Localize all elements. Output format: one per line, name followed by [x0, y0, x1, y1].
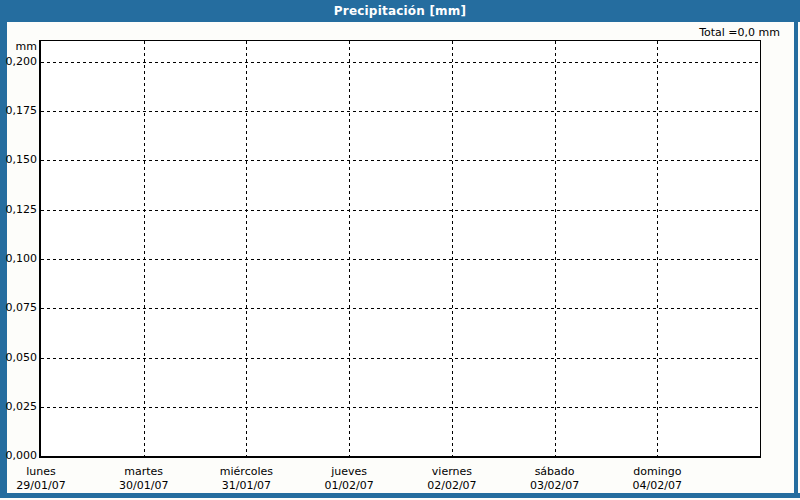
- gridline-vertical: [246, 41, 247, 456]
- y-tick-label: 0,100: [0, 251, 37, 267]
- y-tick-label: 0,025: [0, 399, 37, 415]
- frame-border-right: [794, 22, 798, 498]
- gridline-horizontal: [41, 210, 760, 211]
- y-tick-label: 0,150: [0, 152, 37, 168]
- frame-border-bottom: [0, 493, 800, 498]
- y-tick-label: 0,075: [0, 300, 37, 316]
- gridline-horizontal: [41, 160, 760, 161]
- gridline-vertical: [349, 41, 350, 456]
- gridline-vertical: [555, 41, 556, 456]
- day-name: domingo: [597, 465, 717, 479]
- gridline-horizontal: [41, 259, 760, 260]
- y-tick-label: 0,050: [0, 350, 37, 366]
- y-tick-label: 0,200: [0, 54, 37, 70]
- gridline-horizontal: [41, 308, 760, 309]
- y-tick-label: 0,125: [0, 202, 37, 218]
- y-axis-unit-label: mm: [0, 40, 37, 53]
- total-label: Total =0,0 mm: [699, 26, 780, 39]
- day-date: 04/02/07: [597, 479, 717, 493]
- gridline-horizontal: [41, 62, 760, 63]
- x-axis-day-label: domingo04/02/07: [597, 465, 717, 493]
- gridline-vertical: [657, 41, 658, 456]
- gridline-horizontal: [41, 358, 760, 359]
- gridline-horizontal: [41, 111, 760, 112]
- gridline-vertical: [144, 41, 145, 456]
- gridline-horizontal: [41, 407, 760, 408]
- chart-title-bar: Precipitación [mm]: [0, 0, 800, 22]
- gridline-vertical: [452, 41, 453, 456]
- chart-title: Precipitación [mm]: [334, 4, 466, 18]
- y-tick-label: 0,000: [0, 448, 37, 464]
- chart-window: Precipitación [mm] Total =0,0 mm mm 0,20…: [0, 0, 800, 500]
- y-tick-label: 0,175: [0, 103, 37, 119]
- gridline-layer: [41, 41, 760, 456]
